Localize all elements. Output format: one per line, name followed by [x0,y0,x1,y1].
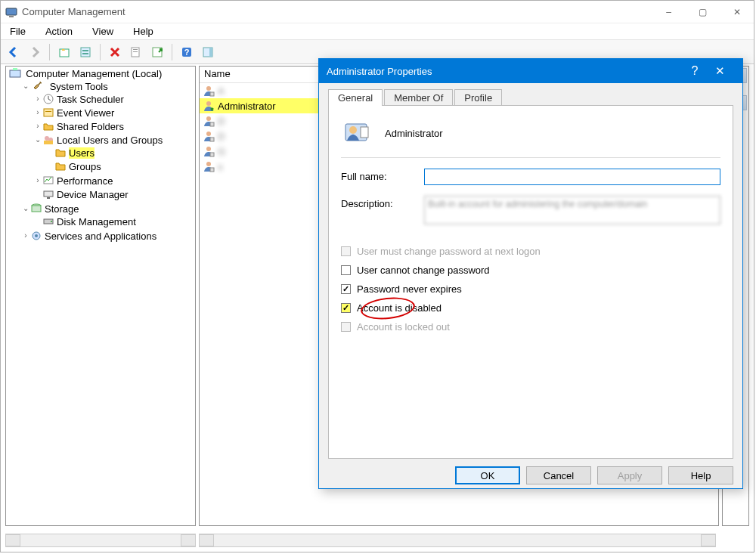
description-label: Description: [341,196,424,209]
tree-event-viewer[interactable]: Event Viewer [57,107,114,119]
tree-device-manager[interactable]: Device Manager [57,189,129,200]
tree-performance[interactable]: Performance [57,175,113,187]
ok-button[interactable]: OK [455,466,520,484]
fullname-input[interactable] [424,169,720,185]
toolbar-separator [100,44,101,60]
svg-text:?: ? [184,48,190,57]
check-disabled-row[interactable]: Account is disabled [341,302,720,314]
refresh-button[interactable] [147,42,167,62]
menubar: File Action View Help [1,23,754,40]
window-maximize-button[interactable]: ▢ [686,1,720,23]
tree-task-scheduler[interactable]: Task Scheduler [57,94,124,105]
device-icon [42,188,54,200]
description-input[interactable]: Built-in account for administering the c… [424,196,720,224]
check-never-expires[interactable] [341,284,351,294]
user-icon [203,85,215,97]
tree-services-apps[interactable]: Services and Applications [45,231,156,242]
expand-toggle[interactable]: › [21,231,30,240]
tree-root[interactable]: Computer Management (Local) ⌄ System Too… [9,67,195,243]
svg-point-31 [206,86,211,91]
user-icon [203,115,215,127]
check-cannot-change-row[interactable]: User cannot change password [341,265,720,276]
menu-file[interactable]: File [5,24,30,39]
svg-rect-23 [44,191,53,197]
menu-action[interactable]: Action [41,24,77,39]
check-cannot-change[interactable] [341,265,351,275]
check-never-expires-row[interactable]: Password never expires [341,283,720,295]
tree-hscroll[interactable] [5,534,196,547]
tree-system-tools[interactable]: System Tools [50,81,108,92]
clock-icon [42,93,54,105]
expand-toggle[interactable]: ⌄ [21,82,30,90]
svg-rect-7 [133,49,138,50]
list-item-label: D [218,116,246,127]
tree-local-users-groups[interactable]: Local Users and Groups [57,135,163,146]
tab-general-pane: Administrator Full name: Description: Bu… [328,105,733,459]
export-button[interactable] [126,42,146,62]
svg-rect-24 [47,197,50,199]
expand-toggle[interactable]: ⌄ [21,204,30,212]
tree-shared-folders[interactable]: Shared Folders [57,121,124,132]
svg-point-28 [51,221,52,222]
dialog-titlebar[interactable]: Administrator Properties ? ✕ [319,59,742,83]
window-minimize-button[interactable]: – [652,1,686,23]
fullname-label: Full name: [341,169,424,182]
forward-button[interactable] [25,42,45,62]
user-icon [203,145,215,157]
delete-button[interactable] [105,42,125,62]
list-item-label: A [218,85,246,97]
tab-general[interactable]: General [328,89,383,106]
check-locked-row: Account is locked out [341,321,720,333]
cancel-button[interactable]: Cancel [526,466,591,484]
tab-member-of[interactable]: Member Of [384,89,453,106]
list-item-label: s [218,161,244,172]
check-disabled[interactable] [341,303,351,313]
check-must-change [341,246,351,256]
tree-disk-management[interactable]: Disk Management [57,216,136,227]
svg-point-38 [206,147,211,151]
event-icon [42,107,54,119]
titlebar: Computer Management – ▢ ✕ [1,1,754,23]
menu-help[interactable]: Help [129,24,158,39]
menu-view[interactable]: View [88,24,118,39]
tree-users[interactable]: Users [69,147,94,159]
svg-rect-8 [133,51,138,52]
expand-toggle[interactable]: ⌄ [33,135,42,144]
expand-toggle[interactable]: › [33,94,42,103]
svg-rect-21 [44,141,53,144]
user-avatar-icon [344,119,371,147]
expand-toggle[interactable]: › [33,176,42,184]
tab-profile[interactable]: Profile [454,89,502,106]
back-button[interactable] [4,42,23,62]
app-icon [5,6,17,18]
tree-groups[interactable]: Groups [69,161,101,172]
dialog-close-button[interactable]: ✕ [705,64,735,78]
tree-storage[interactable]: Storage [45,203,79,215]
services-icon [30,230,42,242]
actionpane-toggle-button[interactable] [198,42,218,62]
users-group-icon [42,134,54,146]
storage-icon [30,203,42,215]
help-button[interactable]: Help [668,466,733,484]
dialog-help-button[interactable]: ? [685,64,705,78]
properties-button[interactable] [76,42,95,62]
svg-rect-1 [9,16,14,17]
expand-toggle[interactable]: › [33,122,42,130]
help-button[interactable]: ? [177,42,197,62]
tree-pane[interactable]: Computer Management (Local) ⌄ System Too… [5,66,196,526]
dialog-username: Administrator [385,128,443,139]
computer-management-window: Computer Management – ▢ ✕ File Action Vi… [0,0,754,552]
window-close-button[interactable]: ✕ [720,1,754,23]
disk-icon [42,215,54,227]
folder-icon [54,160,67,172]
svg-rect-18 [45,111,51,112]
up-button[interactable] [54,42,74,62]
apply-button[interactable]: Apply [597,466,662,484]
svg-point-30 [35,234,38,237]
expand-toggle[interactable]: › [33,108,42,116]
svg-rect-3 [81,48,90,57]
toolbar-separator [49,44,50,60]
svg-point-36 [206,132,211,136]
svg-point-40 [206,162,211,166]
list-hscroll[interactable] [199,534,716,547]
